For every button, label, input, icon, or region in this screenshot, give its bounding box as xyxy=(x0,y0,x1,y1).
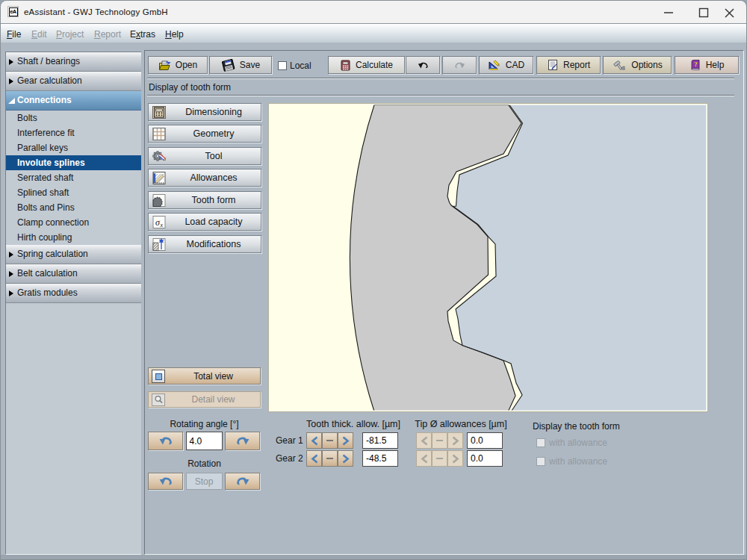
svg-text:?: ? xyxy=(694,60,698,68)
svg-text:x: x xyxy=(160,222,164,228)
